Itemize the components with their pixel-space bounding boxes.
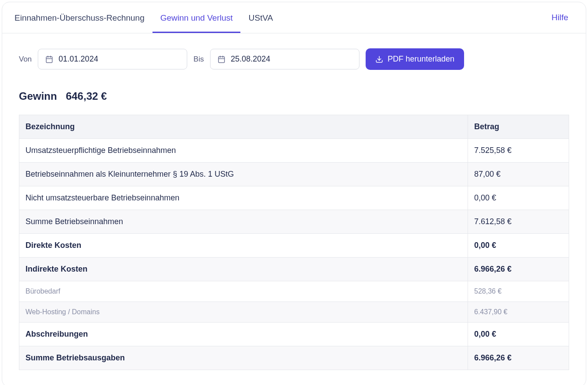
to-label: Bis bbox=[193, 55, 204, 64]
profit-value: 646,32 € bbox=[66, 90, 107, 102]
table-row: Abschreibungen0,00 € bbox=[19, 323, 569, 346]
from-label: Von bbox=[19, 55, 32, 64]
help-link[interactable]: Hilfe bbox=[538, 2, 581, 33]
cell-name: Abschreibungen bbox=[19, 323, 468, 346]
content-area: Von 01.01.2024 Bis 25.08.2024 bbox=[2, 33, 586, 385]
svg-rect-0 bbox=[47, 57, 53, 63]
tab-profit-loss[interactable]: Gewinn und Verlust bbox=[152, 3, 241, 33]
table-row: Indirekte Kosten6.966,26 € bbox=[19, 258, 569, 281]
cell-amount: 7.612,58 € bbox=[468, 210, 569, 234]
cell-amount: 87,00 € bbox=[468, 163, 569, 186]
table-row: Umsatzsteuerpflichtige Betriebseinnahmen… bbox=[19, 139, 569, 163]
table-body: Umsatzsteuerpflichtige Betriebseinnahmen… bbox=[19, 139, 569, 370]
cell-amount: 6.966,26 € bbox=[468, 346, 569, 370]
cell-amount: 0,00 € bbox=[468, 234, 569, 258]
cell-name: Umsatzsteuerpflichtige Betriebseinnahmen bbox=[19, 139, 468, 163]
table-row: Web-Hosting / Domains6.437,90 € bbox=[19, 302, 569, 323]
cell-amount: 0,00 € bbox=[468, 186, 569, 210]
table-row: Summe Betriebsausgaben6.966,26 € bbox=[19, 346, 569, 370]
cell-amount: 528,36 € bbox=[468, 281, 569, 302]
report-card: Einnahmen-Überschuss-Rechnung Gewinn und… bbox=[2, 2, 586, 385]
cell-amount: 6.437,90 € bbox=[468, 302, 569, 323]
cell-name: Web-Hosting / Domains bbox=[19, 302, 468, 323]
cell-amount: 6.966,26 € bbox=[468, 258, 569, 281]
calendar-icon bbox=[45, 55, 53, 63]
cell-amount: 7.525,58 € bbox=[468, 139, 569, 163]
tab-ustva[interactable]: UStVA bbox=[240, 3, 281, 33]
download-icon bbox=[375, 55, 383, 63]
table-row: Bürobedarf528,36 € bbox=[19, 281, 569, 302]
cell-name: Direkte Kosten bbox=[19, 234, 468, 258]
profit-label: Gewinn bbox=[19, 90, 57, 102]
download-pdf-label: PDF herunterladen bbox=[388, 54, 454, 64]
cell-name: Summe Betriebseinnahmen bbox=[19, 210, 468, 234]
profit-summary: Gewinn 646,32 € bbox=[19, 90, 569, 102]
from-date-value: 01.01.2024 bbox=[58, 54, 98, 64]
calendar-icon bbox=[218, 55, 225, 63]
col-header-amount: Betrag bbox=[468, 115, 569, 139]
to-date-input[interactable]: 25.08.2024 bbox=[210, 49, 359, 69]
download-pdf-button[interactable]: PDF herunterladen bbox=[366, 48, 464, 70]
filter-row: Von 01.01.2024 Bis 25.08.2024 bbox=[19, 48, 569, 70]
tabs-bar: Einnahmen-Überschuss-Rechnung Gewinn und… bbox=[2, 2, 586, 33]
table-row: Direkte Kosten0,00 € bbox=[19, 234, 569, 258]
cell-name: Bürobedarf bbox=[19, 281, 468, 302]
table-row: Nicht umsatzsteuerbare Betriebseinnahmen… bbox=[19, 186, 569, 210]
profit-loss-table: Bezeichnung Betrag Umsatzsteuerpflichtig… bbox=[19, 115, 569, 370]
table-row: Summe Betriebseinnahmen7.612,58 € bbox=[19, 210, 569, 234]
col-header-name: Bezeichnung bbox=[19, 115, 468, 139]
cell-name: Summe Betriebsausgaben bbox=[19, 346, 468, 370]
cell-name: Indirekte Kosten bbox=[19, 258, 468, 281]
cell-name: Betriebseinnahmen als Kleinunternehmer §… bbox=[19, 163, 468, 186]
from-date-input[interactable]: 01.01.2024 bbox=[38, 49, 187, 69]
cell-amount: 0,00 € bbox=[468, 323, 569, 346]
cell-name: Nicht umsatzsteuerbare Betriebseinnahmen bbox=[19, 186, 468, 210]
table-row: Betriebseinnahmen als Kleinunternehmer §… bbox=[19, 163, 569, 186]
svg-rect-4 bbox=[218, 57, 225, 63]
to-date-value: 25.08.2024 bbox=[231, 54, 270, 64]
tab-eur[interactable]: Einnahmen-Überschuss-Rechnung bbox=[7, 3, 152, 33]
